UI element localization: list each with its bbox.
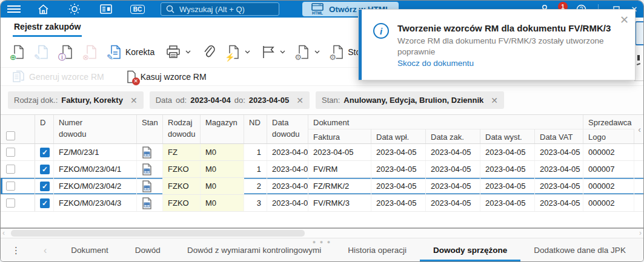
col-header-data-vat[interactable]: Data VAT [535,129,583,143]
popup-close-icon[interactable]: ✕ [620,13,629,27]
row-select-checkbox[interactable] [1,178,35,194]
kasuj-wzorce-rm-button[interactable]: ✕ Kasuj wzorce RM [123,68,210,86]
cell-magazyn: M0 [201,195,244,211]
cell-data-zak: 2023-04-05 [426,195,480,211]
cell-nd: 1 [244,161,267,177]
row-d-checkbox[interactable]: ✓ [35,144,54,160]
col-header-data-zak[interactable]: Data zak. [426,129,480,143]
filter-chip-rodzaj-dok[interactable]: Rodzaj dok.: Faktury, Korekty ✕ [8,91,144,109]
col-header-data-wpl[interactable]: Data wpł. [371,129,426,143]
cell-rodzaj-dowodu: FZKO [163,178,201,194]
cell-rodzaj-dowodu: FZKO [163,161,201,177]
document-settings-button[interactable]: ⚙ [294,42,323,62]
select-all-checkbox[interactable] [1,115,35,143]
home-icon[interactable] [32,1,54,18]
col-header-d[interactable]: D [35,115,54,143]
tab-overflow-menu-icon[interactable]: ⋮ [1,245,33,256]
cell-faktura: FV/RM [308,161,371,177]
col-header-data-dowodu[interactable]: Data dowodu [267,115,308,143]
cell-data-dowodu: 2023-04-05 [267,144,308,160]
korekta-button[interactable]: ✎ Korekta [106,42,158,62]
copy-documents-icon [12,70,25,84]
cell-stan [137,178,163,194]
print-button[interactable] [163,43,194,61]
table-row[interactable]: ✓ FZKO/M0/23/04/2 FZKO M0 2 2023-04-05 F… [1,178,643,195]
remove-filter-icon[interactable]: ✕ [296,96,304,105]
scroll-right-icon[interactable]: › [639,229,642,238]
col-header-rodzaj-dowodu[interactable]: Rodzaj dowodu [163,115,201,143]
journal-icon[interactable] [95,1,117,18]
edit-document-button[interactable]: ✎ [33,42,52,62]
group-header-dokument[interactable]: Dokument [308,115,583,129]
table-row[interactable]: ✓ FZKO/M0/23/04/3 FZKO M0 3 2023-04-05 F… [1,195,643,212]
document-status-icon [142,163,152,175]
tab-dowody-sprz-one[interactable]: Dowody sprzężone [420,239,520,262]
page-title[interactable]: Rejestr zakupów [13,21,82,37]
filter-chip-data[interactable]: Data od: 2023-04-04 do: 2023-04-05 ✕ [150,91,310,109]
chevron-down-icon[interactable] [280,50,285,54]
cell-faktura: FV/RMK/3 [308,195,371,211]
global-search[interactable] [161,2,279,16]
cell-data-wpl: 2023-04-05 [371,161,426,177]
tab-dow-d-z-wymiarami-kontrolingowymi[interactable]: Dowód z wymiarami kontrolingowymi [174,239,334,262]
row-d-checkbox[interactable]: ✓ [35,178,54,194]
cell-data-wpl: 2023-04-05 [371,195,426,211]
col-header-logo[interactable]: Logo [583,129,634,143]
checked-checkbox-icon: ✓ [40,148,50,157]
row-select-checkbox[interactable] [1,144,35,160]
filter-chip-stan[interactable]: Stan: Anulowany, Edycja, Brulion, Dzienn… [316,91,504,109]
tab-dow-d[interactable]: Dowód [122,239,174,262]
info-icon: i [373,23,389,39]
chevron-down-icon[interactable] [185,50,191,54]
sun-icon[interactable] [64,1,85,18]
resize-grip-icon[interactable]: ● ● ● [313,239,331,245]
cell-data-dowodu: 2023-04-05 [267,195,308,211]
cell-faktura: FZ/RMK/2 [308,178,371,194]
tabs-scroll-left-icon[interactable]: ‹ [33,245,58,256]
flag-button[interactable] [259,43,288,61]
search-input[interactable] [179,5,264,14]
tab-dodatkowe-dane-dla-jpk[interactable]: Dodatkowe dane dla JPK [520,239,639,262]
cell-data-zak: 2023-04-05 [426,144,480,160]
remove-filter-icon[interactable]: ✕ [491,96,498,105]
hamburger-menu-icon[interactable] [1,1,27,18]
col-header-numer-dowodu[interactable]: Numer dowodu [54,115,137,143]
checked-checkbox-icon: ✓ [40,182,50,191]
table-row[interactable]: ✓ FZKO/M0/23/04/1 FZKO M0 1 2023-04-05 F… [1,161,643,178]
jump-to-document-link[interactable]: Skocz do dokumentu [397,59,614,68]
chevron-down-icon[interactable] [314,50,320,54]
col-header-magazyn[interactable]: Magazyn [201,115,244,143]
horizontal-scrollbar[interactable]: ‹ › [1,228,643,238]
remove-filter-icon[interactable]: ✕ [130,96,138,105]
col-header-data-wyst[interactable]: Data wyst. [480,129,535,143]
delete-document-button[interactable]: ⊗ [82,42,101,62]
col-header-stan[interactable]: Stan [137,115,163,143]
cell-data-wpl: 2023-04-05 [371,178,426,194]
quick-actions-button[interactable]: ⚡ [224,42,253,62]
tabs-scroll-right-icon[interactable]: › [639,245,644,256]
cell-magazyn: M0 [201,178,244,194]
cell-logo: 000007 [583,161,634,177]
chevron-down-icon[interactable] [245,50,250,54]
row-select-checkbox[interactable] [1,161,35,177]
tab-historia-operacji[interactable]: Historia operacji [334,239,420,262]
col-header-faktura[interactable]: Faktura [308,129,371,143]
row-d-checkbox[interactable]: ✓ [35,161,54,177]
document-status-icon [142,146,152,159]
attachments-button[interactable] [199,42,219,62]
scroll-left-icon[interactable]: ‹ [2,229,5,238]
collapse-columns-icon[interactable]: ‹ [634,115,644,143]
add-document-button[interactable]: ⊕ [9,42,28,62]
cell-magazyn: M0 [201,144,244,160]
cell-logo: 000002 [583,195,634,211]
tab-dokument[interactable]: Dokument [58,239,122,262]
document-info-button[interactable]: ⓘ [58,42,76,62]
generuj-wzorce-rm-button[interactable]: Generuj wzorce RM [9,68,107,86]
row-select-checkbox[interactable] [1,195,35,211]
add-document-icon: ⊕ [12,45,25,59]
row-d-checkbox[interactable]: ✓ [35,195,54,211]
table-row[interactable]: ✓ FZ/M0/23/1 FZ M0 1 2023-04-05 2023-04-… [1,144,643,161]
scrollbar-thumb[interactable] [11,230,305,237]
col-header-nd[interactable]: ND [244,115,267,143]
bc-icon[interactable]: BC [127,1,148,18]
